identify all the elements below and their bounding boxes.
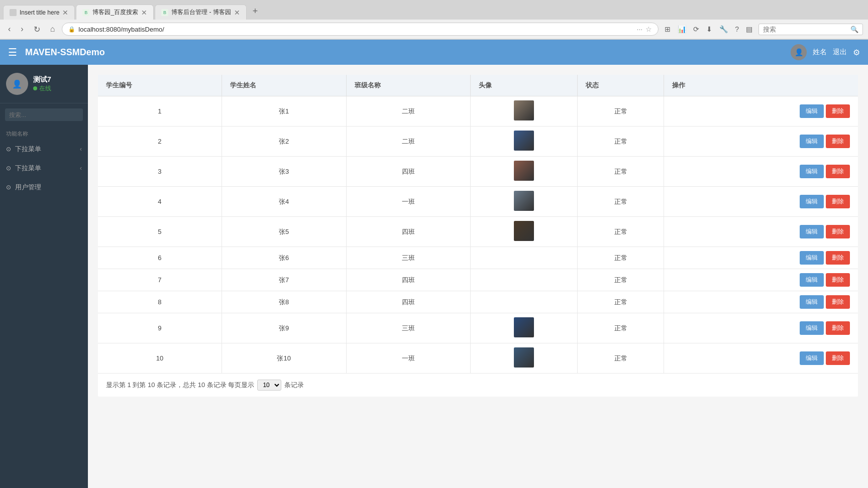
delete-button[interactable]: 删除 <box>826 165 850 178</box>
cell-name: 张5 <box>222 217 346 247</box>
cell-name: 张6 <box>222 247 346 269</box>
cell-action: 编辑删除 <box>664 157 858 187</box>
cell-class: 一班 <box>346 343 471 374</box>
tab-3-close[interactable]: ✕ <box>234 9 240 17</box>
browser-chrome: Insert title here ✕ B 博客园_百度搜索 ✕ B 博客后台管… <box>0 0 868 40</box>
cell-name: 张2 <box>222 127 346 157</box>
home-button[interactable]: ⌂ <box>47 24 58 35</box>
delete-button[interactable]: 删除 <box>826 225 850 238</box>
cell-status: 正常 <box>578 217 664 247</box>
avatar <box>514 317 534 337</box>
sidebar-arrow-1: ‹ <box>80 146 82 153</box>
menu-toggle-button[interactable]: ☰ <box>8 46 17 58</box>
refresh-button[interactable]: ⟳ <box>691 24 701 34</box>
app-title: MAVEN-SSMDemo <box>25 47 791 58</box>
cell-avatar <box>471 157 578 187</box>
edit-button[interactable]: 编辑 <box>800 351 824 365</box>
tab-1[interactable]: Insert title here ✕ <box>3 5 75 20</box>
download-button[interactable]: ⬇ <box>704 24 714 34</box>
edit-button[interactable]: 编辑 <box>800 273 824 287</box>
cell-name: 张9 <box>222 313 346 343</box>
tab-3[interactable]: B 博客后台管理 - 博客园 ✕ <box>155 5 247 20</box>
sidebar-item-dropdown2[interactable]: ⊙ 下拉菜单 ‹ <box>0 159 88 178</box>
address-bar[interactable]: 🔒 localhost:8080/mybatisDemo/ ··· ☆ <box>62 23 659 36</box>
sidebar-search: 🔍 <box>0 103 88 126</box>
sidebar-username: 测试7 <box>33 75 51 84</box>
edit-button[interactable]: 编辑 <box>800 321 824 335</box>
cell-status: 正常 <box>578 343 664 374</box>
cell-action: 编辑删除 <box>664 96 858 127</box>
sidebar-item-usermgmt[interactable]: ⊙ 用户管理 <box>0 178 88 197</box>
pagination-text: 显示第 1 到第 10 条记录，总共 10 条记录 每页显示 <box>106 381 254 390</box>
new-tab-button[interactable]: + <box>248 3 263 20</box>
sidebar-item-dropdown1[interactable]: ⊙ 下拉菜单 ‹ <box>0 140 88 159</box>
settings-icon[interactable]: ⚙ <box>853 48 860 57</box>
cell-id: 5 <box>98 217 222 247</box>
table-row: 9张9三班正常编辑删除 <box>98 313 858 343</box>
reload-button[interactable]: ↻ <box>31 24 43 35</box>
tab-1-favicon <box>10 9 17 16</box>
cell-action: 编辑删除 <box>664 343 858 374</box>
edit-button[interactable]: 编辑 <box>800 135 824 148</box>
tools-button[interactable]: 🔧 <box>717 24 730 34</box>
delete-button[interactable]: 删除 <box>826 321 850 335</box>
page-size-select[interactable]: 10 20 50 <box>257 380 281 391</box>
bookmark-icon[interactable]: ☆ <box>645 25 652 33</box>
tab-1-close[interactable]: ✕ <box>62 9 68 17</box>
delete-button[interactable]: 删除 <box>826 273 850 287</box>
sidebar-search-wrapper[interactable]: 🔍 <box>5 108 83 121</box>
sidebar-avatar: 👤 <box>6 73 28 95</box>
cell-action: 编辑删除 <box>664 269 858 291</box>
header-username: 姓名 <box>813 48 827 57</box>
edit-button[interactable]: 编辑 <box>800 251 824 265</box>
cell-status: 正常 <box>578 187 664 217</box>
table-row: 3张3四班正常编辑删除 <box>98 157 858 187</box>
history-button[interactable]: 📊 <box>676 24 688 34</box>
table-row: 1张1二班正常编辑删除 <box>98 96 858 127</box>
edit-button[interactable]: 编辑 <box>800 195 824 208</box>
cell-status: 正常 <box>578 269 664 291</box>
table-row: 4张4一班正常编辑删除 <box>98 187 858 217</box>
delete-button[interactable]: 删除 <box>826 195 850 208</box>
sidebar-item-icon-3: ⊙ <box>6 184 11 191</box>
cell-avatar <box>471 187 578 217</box>
delete-button[interactable]: 删除 <box>826 135 850 148</box>
delete-button[interactable]: 删除 <box>826 104 850 118</box>
view-toggle-button[interactable]: ⊞ <box>663 24 673 34</box>
edit-button[interactable]: 编辑 <box>800 295 824 309</box>
edit-button[interactable]: 编辑 <box>800 165 824 178</box>
avatar <box>514 221 534 241</box>
edit-button[interactable]: 编辑 <box>800 104 824 118</box>
cell-action: 编辑删除 <box>664 291 858 313</box>
browser-search-bar[interactable]: 🔍 <box>758 24 863 35</box>
cell-class: 一班 <box>346 187 471 217</box>
delete-button[interactable]: 删除 <box>826 251 850 265</box>
delete-button[interactable]: 删除 <box>826 351 850 365</box>
help-button[interactable]: ? <box>733 24 741 34</box>
header-avatar: 👤 <box>791 44 807 60</box>
delete-button[interactable]: 删除 <box>826 295 850 309</box>
edit-button[interactable]: 编辑 <box>800 225 824 238</box>
tab-2-favicon: B <box>82 9 89 16</box>
back-button[interactable]: ‹ <box>5 24 14 35</box>
logout-button[interactable]: 退出 <box>833 48 847 57</box>
cell-id: 4 <box>98 187 222 217</box>
cell-id: 9 <box>98 313 222 343</box>
browser-search-input[interactable] <box>763 26 847 33</box>
tab-2-close[interactable]: ✕ <box>141 9 147 17</box>
address-more: ··· <box>637 25 643 33</box>
sidebar-item-left-1: ⊙ 下拉菜单 <box>6 145 41 154</box>
data-table-wrapper: 学生编号 学生姓名 班级名称 头像 状态 操作 1张1二班正常编辑删除2张2二班… <box>98 75 858 397</box>
tab-2[interactable]: B 博客园_百度搜索 ✕ <box>76 5 154 20</box>
app-header-right: 👤 姓名 退出 ⚙ <box>791 44 860 60</box>
sidebar-avatar-icon: 👤 <box>12 79 22 89</box>
cell-action: 编辑删除 <box>664 313 858 343</box>
sidebar-toggle-button[interactable]: ▤ <box>744 24 754 34</box>
header-avatar-icon: 👤 <box>795 48 803 56</box>
cell-id: 8 <box>98 291 222 313</box>
forward-button[interactable]: › <box>18 24 26 35</box>
student-table: 学生编号 学生姓名 班级名称 头像 状态 操作 1张1二班正常编辑删除2张2二班… <box>98 75 858 374</box>
cell-class: 四班 <box>346 157 471 187</box>
table-header-row: 学生编号 学生姓名 班级名称 头像 状态 操作 <box>98 75 858 96</box>
sidebar-search-input[interactable] <box>9 111 84 118</box>
